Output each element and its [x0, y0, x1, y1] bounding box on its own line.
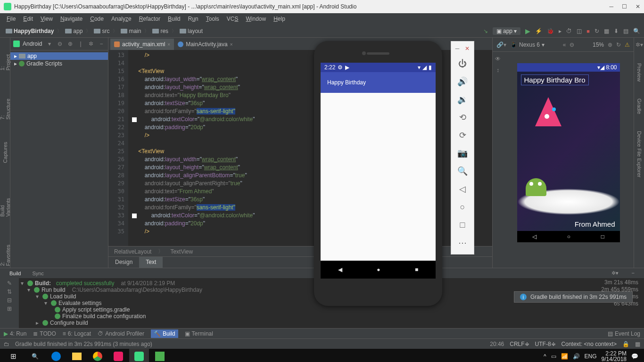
line-separator[interactable]: CRLF≑ — [510, 341, 529, 347]
wand-icon[interactable]: ✎ — [7, 280, 12, 287]
tree-gradle-scripts[interactable]: ▸Gradle Scripts — [10, 60, 108, 67]
emulator-minimize[interactable]: ─ — [455, 45, 460, 52]
maximize-button[interactable]: ☐ — [622, 3, 627, 10]
menu-build[interactable]: Build — [165, 15, 183, 23]
gear-icon[interactable]: ✲▾ — [607, 269, 623, 277]
emulator-window[interactable]: 2:22⚙▶ ▾◢▮ Happy Birthday ◀ ● ■ — [314, 41, 442, 306]
attach-debugger-icon[interactable]: ◫ — [577, 28, 582, 34]
crumb-textview[interactable]: TextView — [170, 248, 193, 255]
cortana-search[interactable]: 🔍 — [25, 349, 45, 362]
emulator-power-icon[interactable]: ⏻ — [451, 55, 474, 73]
build-tab[interactable]: Build — [5, 270, 25, 277]
emulator-app-body[interactable] — [321, 93, 436, 261]
target-icon[interactable]: ⊕ — [66, 41, 74, 47]
build-hammer-icon[interactable]: ↘ — [483, 28, 488, 34]
sdk-icon[interactable]: ⬇ — [614, 28, 619, 34]
menu-navigate[interactable]: Navigate — [58, 15, 85, 23]
taskbar-app2[interactable] — [150, 349, 170, 362]
crumb-main[interactable]: main — [119, 27, 143, 35]
tray-battery-icon[interactable]: ▭ — [551, 353, 556, 360]
tab-design[interactable]: Design — [108, 257, 139, 268]
toolwin-eventlog[interactable]: ▤ Event Log — [608, 330, 640, 337]
device-selector[interactable]: 📱 Nexus 6 ▾ — [510, 41, 545, 48]
filter-icon[interactable]: ⇅ — [7, 288, 12, 295]
structure-icon[interactable]: ▤ — [623, 28, 628, 34]
start-button[interactable]: ⊞ — [3, 349, 24, 362]
tray-chevron-up-icon[interactable]: ^ — [544, 353, 546, 360]
emulator-volume-down-icon[interactable]: 🔉 — [451, 90, 474, 108]
tray-language[interactable]: ENG — [585, 353, 597, 360]
processes-icon[interactable]: ▦ — [635, 341, 640, 347]
recent-icon[interactable]: ■ — [415, 266, 418, 273]
run-config-selector[interactable]: ▣ app ▾ — [493, 27, 521, 35]
tree-app[interactable]: ▸app — [10, 52, 108, 60]
toolwin-buildvariants[interactable]: Build Variants — [0, 184, 12, 219]
tray-volume-icon[interactable]: 🔊 — [573, 353, 580, 360]
sync-icon[interactable]: ↻ — [594, 28, 599, 34]
stop-button[interactable]: ■ — [586, 28, 590, 34]
crumb-src[interactable]: src — [92, 27, 111, 35]
context-selector[interactable]: Context: <no context> — [561, 341, 617, 347]
home-icon[interactable]: ● — [377, 266, 380, 273]
tab-text[interactable]: Text — [139, 257, 163, 268]
toolwin-build[interactable]: 🔨 Build — [151, 329, 178, 338]
menu-refactor[interactable]: Refactor — [136, 15, 163, 23]
file-encoding[interactable]: UTF-8≑ — [535, 341, 556, 347]
taskbar-app1[interactable] — [108, 349, 128, 362]
back-icon[interactable]: ◀ — [338, 266, 342, 273]
toolwin-project[interactable]: 1: Project — [0, 47, 12, 73]
taskbar-android-studio[interactable] — [129, 349, 149, 362]
toolwin-structure[interactable]: 7: Structure — [0, 91, 12, 122]
menu-view[interactable]: View — [38, 15, 56, 23]
emulator-volume-up-icon[interactable]: 🔊 — [451, 73, 474, 90]
emulator-more-icon[interactable]: ⋯ — [451, 234, 474, 252]
taskbar-explorer[interactable] — [67, 349, 87, 362]
sync-tab[interactable]: Sync — [27, 270, 48, 277]
zoom-in-icon[interactable]: ⊕ — [608, 41, 612, 48]
emulator-rotate-left-icon[interactable]: ⟲ — [451, 108, 474, 126]
close-button[interactable]: ✕ — [636, 3, 640, 10]
close-tab-icon[interactable]: × — [230, 42, 233, 47]
preview-canvas[interactable]: ▾◢8:00 Happy Birthday Bro From Ahmed ◁○□ — [503, 52, 634, 268]
toolwin-todo[interactable]: ≣ TODO — [33, 330, 56, 337]
tab-mainactivity-java[interactable]: MainActivity.java× — [174, 39, 236, 50]
tab-activity-main-xml[interactable]: activity_main.xml× — [110, 39, 174, 50]
crumb-res[interactable]: res — [150, 27, 170, 35]
emulator-close[interactable]: ✕ — [465, 45, 470, 52]
refresh-icon[interactable]: ↻ — [616, 41, 621, 48]
tray-clock[interactable]: 2:22 PM9/14/2018 — [602, 351, 627, 362]
collapse-icon[interactable]: ⊞ — [7, 305, 12, 312]
crumb-layout[interactable]: layout — [178, 27, 205, 35]
menu-code[interactable]: Code — [87, 15, 107, 23]
minimize-button[interactable]: ─ — [609, 3, 613, 10]
menu-file[interactable]: File — [4, 15, 18, 23]
gear-icon[interactable]: ✲▾ — [636, 41, 643, 48]
gear-icon[interactable]: ✲ — [87, 41, 95, 47]
toolwin-device-explorer[interactable]: Device File Explorer — [636, 129, 643, 179]
menu-help[interactable]: Help — [271, 15, 288, 23]
emulator-back-icon[interactable]: ◁ — [451, 180, 474, 198]
debug-icon[interactable]: 🐞 — [547, 28, 554, 34]
notification-toast[interactable]: i Gradle build finished in 3m 22s 991ms — [514, 291, 633, 303]
menu-tools[interactable]: Tools — [203, 15, 222, 23]
tray-notifications-icon[interactable]: 💬 — [631, 353, 638, 360]
toolwin-gradle[interactable]: Gradle — [636, 97, 643, 116]
apply-changes-icon[interactable]: ⚡ — [535, 28, 542, 34]
toolwin-favorites[interactable]: 2: Favorites — [0, 238, 12, 268]
menu-analyze[interactable]: Analyze — [108, 15, 134, 23]
toolwin-run[interactable]: ▶4: Run — [4, 330, 26, 337]
project-view-selector[interactable]: Android — [23, 41, 43, 47]
toolwin-logcat[interactable]: ≡ 6: Logcat — [63, 330, 91, 337]
menu-vcs[interactable]: VCS — [224, 15, 241, 23]
hide-icon[interactable]: − — [627, 269, 639, 277]
hide-icon[interactable]: − — [98, 41, 105, 47]
search-icon[interactable]: 🔍 — [633, 28, 640, 34]
menu-window[interactable]: Window — [243, 15, 269, 23]
emulator-rotate-right-icon[interactable]: ⟳ — [451, 126, 474, 144]
resize-icon[interactable]: ↕ — [496, 67, 499, 74]
zoom-out-icon[interactable]: ⊖ — [570, 41, 574, 48]
link-icon[interactable]: 🔗▾ — [496, 41, 506, 48]
toolwin-preview[interactable]: Preview — [636, 61, 643, 83]
chevron-down-icon[interactable]: ▾ — [46, 41, 53, 47]
crumb-project[interactable]: HappyBirthday — [4, 27, 56, 35]
